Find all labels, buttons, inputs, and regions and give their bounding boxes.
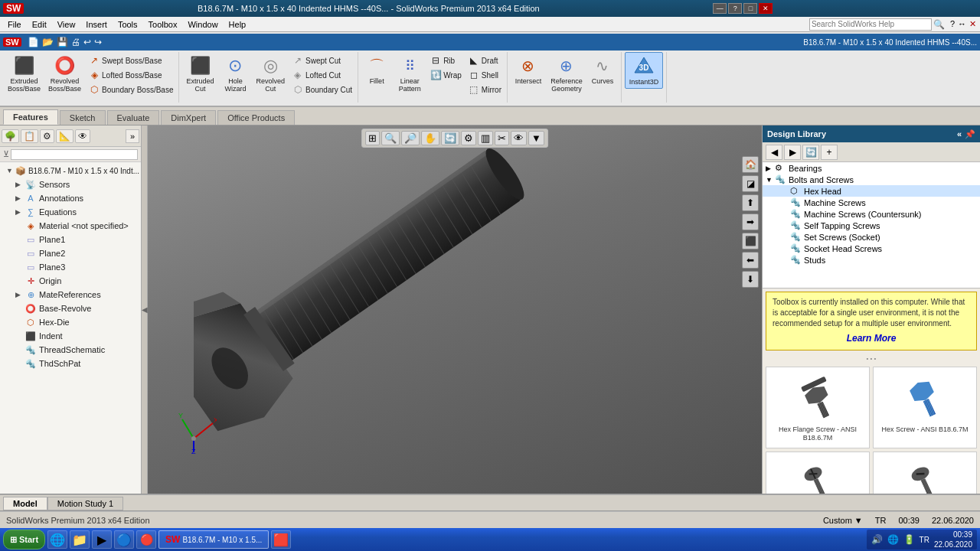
lib-item-bearings[interactable]: ▶ ⚙ Bearings bbox=[763, 162, 980, 174]
lib-item-machine-screws[interactable]: 🔩 Machine Screws bbox=[763, 197, 980, 208]
tree-item-plane2[interactable]: ▭ Plane2 bbox=[0, 246, 141, 260]
reference-geometry-btn[interactable]: ⊕ ReferenceGeometry bbox=[547, 52, 586, 95]
view-left-btn[interactable]: ⬅ bbox=[742, 252, 759, 269]
qa-icon-2[interactable]: ↔ bbox=[957, 18, 967, 30]
qa-open-btn[interactable]: 📂 bbox=[42, 37, 54, 47]
preview-pan-slotted[interactable]: Pan Slotted Head - ANSI B18.6.7M bbox=[873, 452, 977, 494]
tab-sketch[interactable]: Sketch bbox=[60, 110, 106, 125]
qa-undo-btn[interactable]: ↩ bbox=[83, 37, 91, 47]
rp-collapse-btn[interactable]: « bbox=[957, 129, 962, 139]
revolved-boss-btn[interactable]: ⭕ RevolvedBoss/Base bbox=[45, 52, 84, 95]
motion-study-tab[interactable]: Motion Study 1 bbox=[47, 497, 123, 510]
lib-item-set-screws[interactable]: 🔩 Set Screws (Socket) bbox=[763, 231, 980, 243]
expand-panel-btn[interactable]: » bbox=[126, 129, 139, 143]
taskbar-chrome[interactable]: 🔵 bbox=[114, 530, 134, 549]
menu-item-help[interactable]: Help bbox=[224, 18, 251, 31]
lib-item-bolts-screws[interactable]: ▼ 🔩 Bolts and Screws bbox=[763, 174, 980, 185]
tab-features[interactable]: Features bbox=[3, 109, 58, 125]
boundary-boss-btn[interactable]: ⬡ Boundary Boss/Base bbox=[86, 83, 175, 96]
lib-nav-forward[interactable]: ▶ bbox=[784, 145, 801, 160]
lib-item-hex-head[interactable]: ⬡ Hex Head bbox=[763, 185, 980, 197]
taskbar-explorer[interactable]: 📁 bbox=[70, 530, 90, 549]
custom-scheme[interactable]: Custom ▼ bbox=[823, 516, 863, 525]
swept-boss-btn[interactable]: ↗ Swept Boss/Base bbox=[86, 54, 175, 67]
tree-item-materef[interactable]: ▶ ⊕ MateReferences bbox=[0, 288, 141, 302]
mirror-btn[interactable]: ⬚Mirror bbox=[466, 83, 504, 96]
menu-item-insert[interactable]: Insert bbox=[81, 18, 112, 31]
revolved-cut-btn[interactable]: ◎ RevolvedCut bbox=[253, 52, 288, 95]
minimize-btn[interactable]: — bbox=[713, 3, 727, 14]
property-manager-tab[interactable]: 📋 bbox=[21, 129, 38, 143]
viewport[interactable]: ⊞ 🔍 🔎 ✋ 🔄 ⚙ ▥ ✂ 👁 ▼ 🏠 ◪ ⬆ ➡ ⬛ ⬅ ⬇ bbox=[148, 126, 762, 494]
taskbar-media[interactable]: ▶ bbox=[92, 530, 112, 549]
lib-item-self-tapping[interactable]: 🔩 Self Tapping Screws bbox=[763, 220, 980, 231]
qa-new-btn[interactable]: 📄 bbox=[28, 37, 39, 47]
lib-refresh[interactable]: 🔄 bbox=[802, 145, 819, 160]
lib-nav-back[interactable]: ◀ bbox=[766, 145, 782, 160]
view-front-btn[interactable]: 🏠 bbox=[742, 156, 759, 173]
help-btn[interactable]: ? bbox=[728, 3, 742, 14]
view-iso-btn[interactable]: ◪ bbox=[742, 175, 759, 192]
window-maximize-btn[interactable]: □ bbox=[743, 3, 757, 14]
tree-item-indent[interactable]: ⬛ Indent bbox=[0, 329, 141, 343]
search-input[interactable] bbox=[809, 18, 932, 31]
view-bottom-btn[interactable]: ⬇ bbox=[742, 271, 759, 288]
close-main-icon[interactable]: ✕ bbox=[969, 18, 977, 30]
preview-hex-flange[interactable]: Hex Flange Screw - ANSI B18.6.7M bbox=[766, 367, 870, 448]
display-manager-tab[interactable]: 👁 bbox=[75, 129, 90, 143]
start-button[interactable]: ⊞Start bbox=[3, 530, 45, 549]
tree-item-plane3[interactable]: ▭ Plane3 bbox=[0, 260, 141, 274]
tree-item-hex-die[interactable]: ⬡ Hex-Die bbox=[0, 315, 141, 329]
feature-tree-tab[interactable]: 🌳 bbox=[2, 129, 19, 143]
lofted-cut-btn[interactable]: ◈ Lofted Cut bbox=[289, 68, 354, 82]
hole-wizard-btn[interactable]: ⊙ HoleWizard bbox=[219, 52, 251, 95]
window-close-btn[interactable]: ✕ bbox=[759, 3, 773, 14]
draft-btn[interactable]: ◣Draft bbox=[466, 54, 504, 67]
qa-icon-1[interactable]: ? bbox=[949, 18, 956, 30]
tab-dimxpert[interactable]: DimXpert bbox=[161, 110, 216, 125]
tree-item-root[interactable]: ▼ 📦 B18.6.7M - M10 x 1.5 x 40 Indt... bbox=[0, 164, 141, 178]
taskbar-solidworks[interactable]: SW B18.6.7M - M10 x 1.5... bbox=[158, 530, 269, 549]
preview-pan-cross[interactable]: Pan Cross Head - ANSI B18.6.7M bbox=[766, 452, 870, 494]
panel-collapse-handle[interactable]: ◀ bbox=[142, 126, 148, 494]
boundary-cut-btn[interactable]: ⬡ Boundary Cut bbox=[289, 83, 354, 96]
menu-item-view[interactable]: View bbox=[53, 18, 80, 31]
curves-btn[interactable]: ∿ Curves bbox=[587, 52, 618, 87]
taskbar-app2[interactable]: 🔴 bbox=[136, 530, 156, 549]
extruded-cut-btn[interactable]: ⬛ ExtrudedCut bbox=[182, 52, 217, 95]
menu-item-toolbox[interactable]: Toolbox bbox=[144, 18, 182, 31]
model-tab[interactable]: Model bbox=[3, 497, 47, 510]
preview-hex-screw[interactable]: Hex Screw - ANSI B18.6.7M bbox=[873, 367, 977, 448]
tree-item-material[interactable]: ◈ Material <not specified> bbox=[0, 219, 141, 233]
wrap-btn[interactable]: 🔃Wrap bbox=[427, 68, 464, 82]
qa-redo-btn[interactable]: ↪ bbox=[94, 37, 102, 47]
instant3d-btn[interactable]: 3D Instant3D bbox=[625, 52, 663, 89]
qa-print-btn[interactable]: 🖨 bbox=[71, 37, 80, 47]
menu-item-tools[interactable]: Tools bbox=[113, 18, 142, 31]
rp-pin-btn[interactable]: 📌 bbox=[965, 129, 975, 139]
tab-evaluate[interactable]: Evaluate bbox=[107, 110, 160, 125]
menu-item-file[interactable]: File bbox=[3, 18, 26, 31]
tree-filter-input[interactable] bbox=[11, 149, 138, 160]
linear-pattern-btn[interactable]: ⠿ LinearPattern bbox=[394, 52, 426, 95]
taskbar-app3[interactable]: 🟥 bbox=[271, 530, 291, 549]
intersect-btn[interactable]: ⊗ Intersect bbox=[511, 52, 546, 87]
lofted-boss-btn[interactable]: ◈ Lofted Boss/Base bbox=[86, 68, 175, 82]
menu-item-window[interactable]: Window bbox=[183, 18, 222, 31]
tree-item-base-revolve[interactable]: ⭕ Base-Revolve bbox=[0, 302, 141, 315]
tree-item-plane1[interactable]: ▭ Plane1 bbox=[0, 233, 141, 246]
swept-cut-btn[interactable]: ↗ Swept Cut bbox=[289, 54, 354, 67]
learn-more-link[interactable]: Learn More bbox=[773, 332, 970, 345]
view-right-btn[interactable]: ➡ bbox=[742, 214, 759, 230]
tree-item-thread-schematic[interactable]: 🔩 ThreadSchematic bbox=[0, 343, 141, 357]
tree-item-annotations[interactable]: ▶ A Annotations bbox=[0, 191, 141, 205]
config-manager-tab[interactable]: ⚙ bbox=[40, 129, 54, 143]
menu-item-edit[interactable]: Edit bbox=[28, 18, 51, 31]
view-back-btn[interactable]: ⬛ bbox=[742, 233, 759, 249]
taskbar-ie[interactable]: 🌐 bbox=[47, 530, 67, 549]
title-controls[interactable]: — ? □ ✕ bbox=[713, 3, 773, 14]
tab-office-products[interactable]: Office Products bbox=[217, 110, 295, 125]
lib-item-studs[interactable]: 🔩 Studs bbox=[763, 254, 980, 266]
shell-btn[interactable]: ◻Shell bbox=[466, 68, 504, 82]
tree-item-equations[interactable]: ▶ ∑ Equations bbox=[0, 205, 141, 219]
